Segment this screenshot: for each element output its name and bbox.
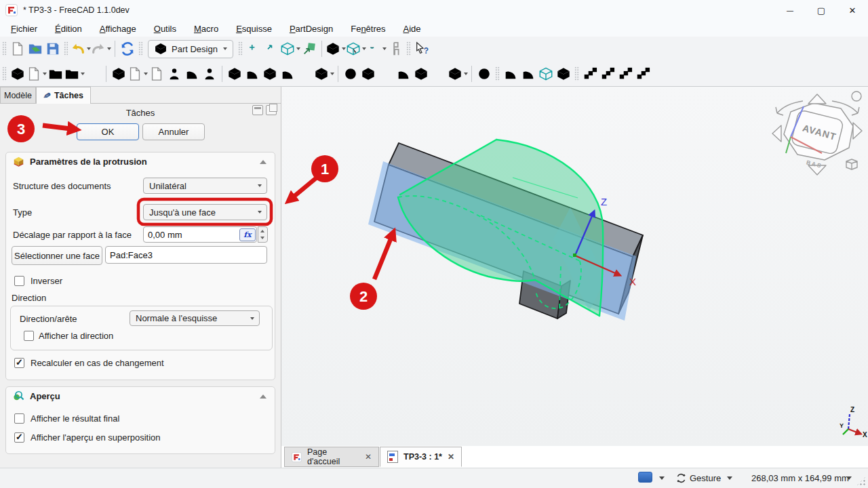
show-direction-checkbox[interactable] xyxy=(24,331,34,341)
mirror-sketch-icon[interactable] xyxy=(165,64,183,83)
clone-icon[interactable] xyxy=(110,64,127,83)
toolbar-grip[interactable] xyxy=(495,66,500,81)
navcube-home-icon[interactable] xyxy=(852,92,861,101)
group-icon[interactable] xyxy=(47,64,64,83)
menu-partdesign[interactable]: PartDesign xyxy=(290,24,333,34)
selection-view-icon[interactable] xyxy=(346,39,366,58)
navcube-right-arrow[interactable] xyxy=(853,123,862,139)
mirrored-icon[interactable] xyxy=(581,64,599,83)
fit-all-icon[interactable] xyxy=(245,39,262,58)
menu-affichage[interactable]: Affichage xyxy=(100,24,136,34)
datum-group-icon[interactable] xyxy=(314,64,334,83)
cancel-button[interactable]: Annuler xyxy=(142,123,205,140)
pad-parameters-header[interactable]: Paramètres de la protrusion xyxy=(6,152,275,170)
datum-line-icon[interactable] xyxy=(243,64,261,83)
polar-pattern-icon[interactable] xyxy=(616,64,634,83)
subtractive-primitive-icon[interactable] xyxy=(448,64,468,83)
groove-icon[interactable] xyxy=(377,64,395,83)
save-icon[interactable] xyxy=(44,39,62,58)
boolean-icon[interactable] xyxy=(475,64,493,83)
collapse-arrow-icon[interactable] xyxy=(260,394,267,399)
ok-button[interactable]: OK xyxy=(77,123,139,140)
create-sketch-icon[interactable] xyxy=(26,64,47,83)
draw-style-icon[interactable] xyxy=(326,39,346,58)
measure-icon[interactable] xyxy=(387,39,404,58)
nav-style-dropdown-icon[interactable] xyxy=(727,476,732,480)
toolbar-grip[interactable] xyxy=(138,41,143,56)
show-final-checkbox[interactable] xyxy=(14,413,24,424)
menu-fichier[interactable]: Fichier xyxy=(11,24,37,34)
pocket-icon[interactable] xyxy=(342,64,359,83)
workbench-selector[interactable]: Part Design xyxy=(148,40,233,58)
toolbar-grip[interactable] xyxy=(2,41,7,56)
toolbar-grip[interactable] xyxy=(574,66,579,81)
whats-this-icon[interactable]: ? xyxy=(413,39,431,58)
undo-icon[interactable] xyxy=(71,39,91,58)
window-resize-grip[interactable] xyxy=(856,476,866,486)
redo-icon[interactable] xyxy=(91,39,111,58)
datum-point-icon[interactable] xyxy=(261,64,279,83)
toolbar-grip[interactable] xyxy=(406,41,411,56)
close-button[interactable] xyxy=(837,0,868,20)
navcube-iso-cube-icon[interactable] xyxy=(846,159,857,169)
map-sketch-icon[interactable] xyxy=(183,64,201,83)
open-document-icon[interactable] xyxy=(26,39,44,58)
local-cs-icon[interactable] xyxy=(296,64,314,83)
preview-header[interactable]: Aperçu xyxy=(6,387,275,405)
swatch-dropdown-icon[interactable] xyxy=(659,476,665,480)
maximize-button[interactable] xyxy=(806,0,837,20)
direction-edge-dropdown[interactable]: Normale à l'esquisse xyxy=(130,310,260,326)
multitransform-icon[interactable] xyxy=(634,64,652,83)
toolbar-grip[interactable] xyxy=(2,66,7,81)
shapebinder-icon[interactable] xyxy=(279,64,296,83)
menu-edition[interactable]: Édition xyxy=(55,24,82,34)
subtractive-helix-icon[interactable] xyxy=(430,64,448,83)
draft-icon[interactable] xyxy=(412,64,430,83)
expression-icon[interactable] xyxy=(85,64,102,83)
tab-taches[interactable]: ✎ Tâches xyxy=(36,87,91,104)
hole-icon[interactable] xyxy=(359,64,377,83)
fillet-icon[interactable] xyxy=(502,64,519,83)
nav-style-label[interactable]: Gesture xyxy=(690,468,721,488)
chamfer-icon[interactable] xyxy=(395,64,412,83)
shell-icon[interactable] xyxy=(555,64,572,83)
zoom-tools-icon[interactable] xyxy=(366,39,387,58)
new-document-icon[interactable] xyxy=(9,39,26,58)
validate-sketch-icon[interactable] xyxy=(148,64,165,83)
tab-page-accueil[interactable]: Page d'accueil xyxy=(284,447,379,467)
chamfer2-icon[interactable] xyxy=(519,64,537,83)
toolbar-grip[interactable] xyxy=(64,41,68,56)
update-view-checkbox[interactable] xyxy=(14,358,24,368)
dimensions-dropdown-icon[interactable] xyxy=(846,476,852,480)
menu-macro[interactable]: Macro xyxy=(194,24,218,34)
navigation-cube[interactable]: AVANT BAS xyxy=(772,92,862,175)
datum-plane-icon[interactable] xyxy=(226,64,243,83)
menu-fenetres[interactable]: Fenêtres xyxy=(351,24,385,34)
export-icon[interactable] xyxy=(64,64,85,83)
toolbar-grip[interactable] xyxy=(238,41,243,56)
edit-sketch-icon[interactable] xyxy=(127,64,148,83)
axonometric-view-icon[interactable] xyxy=(280,39,300,58)
reversed-checkbox[interactable] xyxy=(14,276,24,286)
face-reference-input[interactable] xyxy=(105,246,267,264)
panel-float-icon[interactable] xyxy=(266,105,277,115)
refresh-icon[interactable] xyxy=(119,39,136,58)
show-overlay-checkbox[interactable] xyxy=(14,432,24,443)
navcube-left-arrow[interactable] xyxy=(772,125,781,142)
close-tab-icon[interactable] xyxy=(448,452,454,462)
collapse-arrow-icon[interactable] xyxy=(260,160,267,164)
color-swatch[interactable] xyxy=(638,472,652,483)
select-face-button[interactable]: Sélectionner une face xyxy=(12,246,102,265)
navcube-up-arrow[interactable] xyxy=(808,94,826,104)
reorient-sketch-icon[interactable] xyxy=(201,64,218,83)
linear-pattern-icon[interactable] xyxy=(599,64,616,83)
fit-selection-icon[interactable] xyxy=(262,39,280,58)
tab-modele[interactable]: Modèle xyxy=(0,87,36,104)
align-view-icon[interactable] xyxy=(300,39,318,58)
tab-document-tp33[interactable]: TP3-3 : 1* xyxy=(380,447,462,467)
create-body-icon[interactable] xyxy=(9,64,26,83)
thickness-icon[interactable] xyxy=(537,64,555,83)
menu-outils[interactable]: Outils xyxy=(154,24,176,34)
3d-viewport[interactable]: Z X AVANT BAS Z X Y xyxy=(281,87,868,446)
close-tab-icon[interactable] xyxy=(365,452,372,462)
